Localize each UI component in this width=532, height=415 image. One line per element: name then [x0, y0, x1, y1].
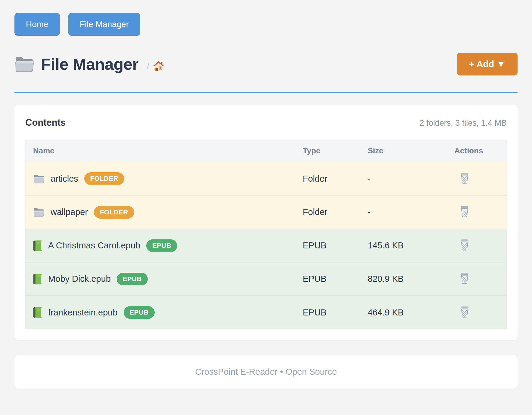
file-name-link[interactable]: frankenstein.epub	[48, 308, 118, 318]
contents-summary: 2 folders, 3 files, 1.4 MB	[419, 118, 507, 128]
type-badge: EPUB	[124, 306, 155, 319]
top-nav: Home File Manager	[14, 0, 518, 36]
green-book-icon	[33, 307, 42, 318]
page-footer: CrossPoint E-Reader • Open Source	[14, 355, 518, 389]
page: Home File Manager File Manager / + Add ▼…	[0, 0, 532, 389]
type-badge: EPUB	[146, 239, 177, 252]
type-cell: EPUB	[295, 229, 360, 262]
table-row: frankenstein.epub EPUB EPUB 464.9 KB	[25, 296, 507, 329]
type-cell: EPUB	[295, 296, 360, 329]
breadcrumb-home-button[interactable]	[153, 61, 164, 72]
green-book-icon	[33, 240, 42, 251]
type-cell: Folder	[295, 195, 360, 229]
home-nav-button[interactable]: Home	[14, 13, 60, 36]
folder-icon	[33, 174, 45, 183]
type-badge: FOLDER	[94, 206, 134, 219]
wastebasket-icon	[460, 206, 469, 217]
type-badge: EPUB	[117, 273, 148, 285]
size-cell: 145.6 KB	[360, 229, 447, 262]
table-row: wallpaper FOLDER Folder -	[25, 195, 507, 229]
page-title: File Manager	[41, 55, 138, 73]
column-header-name: Name	[25, 140, 295, 162]
add-button[interactable]: + Add ▼	[457, 53, 518, 75]
folder-icon	[14, 56, 34, 72]
file-name-link[interactable]: articles	[51, 174, 78, 184]
file-name-link[interactable]: wallpaper	[51, 207, 88, 217]
table-header-row: Name Type Size Actions	[25, 140, 507, 162]
size-cell: -	[360, 162, 447, 195]
column-header-type: Type	[295, 140, 360, 162]
type-cell: EPUB	[295, 262, 360, 296]
contents-card: Contents 2 folders, 3 files, 1.4 MB Name…	[14, 105, 518, 340]
column-header-actions: Actions	[447, 140, 507, 162]
breadcrumb-separator: /	[147, 61, 149, 71]
type-badge: FOLDER	[84, 172, 124, 185]
wastebasket-icon	[460, 306, 469, 318]
size-cell: 464.9 KB	[360, 296, 447, 329]
table-row: A Christmas Carol.epub EPUB EPUB 145.6 K…	[25, 229, 507, 262]
wastebasket-icon	[460, 273, 469, 284]
delete-button[interactable]	[459, 272, 471, 285]
contents-heading: Contents	[25, 117, 66, 128]
delete-button[interactable]	[459, 205, 471, 219]
delete-button[interactable]	[459, 238, 471, 252]
file-name-link[interactable]: A Christmas Carol.epub	[48, 241, 140, 251]
wastebasket-icon	[460, 239, 469, 251]
house-icon	[153, 61, 164, 72]
file-table: Name Type Size Actions articles FOLDER F…	[25, 140, 507, 329]
size-cell: 820.9 KB	[360, 262, 447, 296]
footer-text: CrossPoint E-Reader • Open Source	[195, 367, 337, 377]
breadcrumb: /	[147, 61, 164, 72]
table-row: Moby Dick.epub EPUB EPUB 820.9 KB	[25, 262, 507, 296]
delete-button[interactable]	[459, 171, 471, 185]
file-manager-nav-button[interactable]: File Manager	[68, 13, 140, 36]
type-cell: Folder	[295, 162, 360, 195]
table-row: articles FOLDER Folder -	[25, 162, 507, 195]
file-name-link[interactable]: Moby Dick.epub	[48, 274, 111, 284]
wastebasket-icon	[460, 173, 469, 184]
delete-button[interactable]	[459, 305, 471, 319]
green-book-icon	[33, 274, 42, 284]
page-header: File Manager / + Add ▼	[14, 53, 518, 93]
folder-icon	[33, 208, 45, 217]
column-header-size: Size	[360, 140, 447, 162]
size-cell: -	[360, 195, 447, 229]
